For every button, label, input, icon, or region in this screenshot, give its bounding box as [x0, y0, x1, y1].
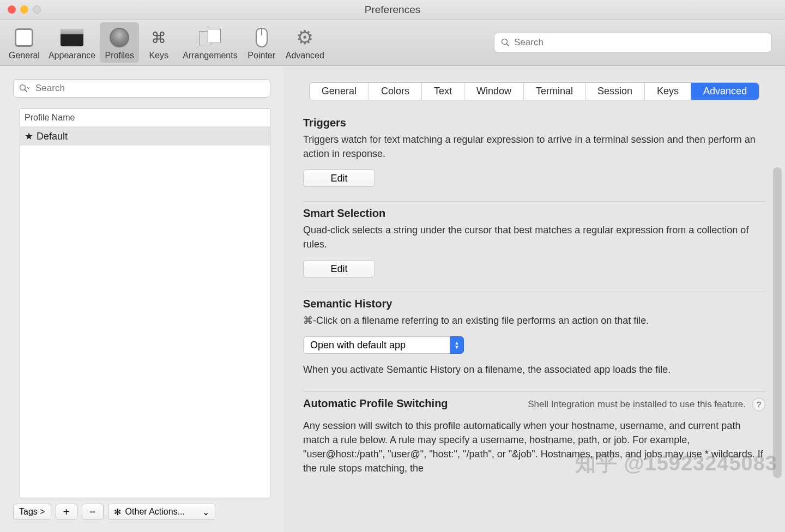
toolbar-general[interactable]: General [4, 22, 44, 63]
tab-general[interactable]: General [310, 83, 369, 100]
prefs-toolbar: General Appearance Profiles ⌘ Keys Arran… [0, 20, 785, 66]
semantic-history-title: Semantic History [303, 298, 765, 310]
profile-name: Default [37, 131, 68, 142]
tab-terminal[interactable]: Terminal [524, 83, 585, 100]
triggers-desc: Triggers watch for text matching a regul… [303, 132, 765, 161]
toolbar-keys[interactable]: ⌘ Keys [139, 22, 178, 63]
toolbar-label: Profiles [105, 51, 134, 61]
toolbar-profiles[interactable]: Profiles [100, 22, 139, 63]
section-semantic-history: Semantic History ⌘-Click on a filename r… [303, 292, 765, 391]
toolbar-appearance[interactable]: Appearance [44, 22, 100, 63]
chevron-down-icon: ⌄ [202, 507, 209, 517]
section-smart-selection: Smart Selection Quad-click selects a str… [303, 202, 765, 292]
tab-colors[interactable]: Colors [369, 83, 422, 100]
gear-icon: ✻ [114, 507, 121, 517]
section-triggers: Triggers Triggers watch for text matchin… [303, 111, 765, 202]
aps-hint: Shell Integration must be installed to u… [528, 399, 746, 410]
profile-search-input[interactable] [13, 79, 270, 98]
toolbar-label: Pointer [247, 51, 275, 61]
toolbar-arrangements[interactable]: Arrangements [178, 22, 242, 63]
other-actions-dropdown[interactable]: ✻ Other Actions... ⌄ [108, 504, 215, 520]
advanced-scroll-area[interactable]: Triggers Triggers watch for text matchin… [283, 111, 785, 532]
add-profile-button[interactable]: + [56, 504, 77, 520]
toolbar-label: General [9, 51, 40, 61]
semantic-history-note: When you activate Semantic History on a … [303, 362, 765, 377]
tab-advanced[interactable]: Advanced [691, 83, 759, 100]
aps-title: Automatic Profile Switching [303, 397, 448, 410]
toolbar-label: Arrangements [183, 51, 238, 61]
smart-selection-desc: Quad-click selects a string under the cu… [303, 223, 765, 251]
profile-row-default[interactable]: ★ Default [20, 127, 270, 146]
profile-settings-main: General Colors Text Window Terminal Sess… [283, 66, 785, 532]
aps-desc: Any session will switch to this profile … [303, 419, 765, 475]
vertical-scrollbar[interactable] [773, 167, 782, 478]
toolbar-pointer[interactable]: Pointer [242, 22, 281, 63]
triggers-edit-button[interactable]: Edit [303, 170, 375, 187]
semantic-history-desc: ⌘-Click on a filename referring to an ex… [303, 313, 765, 328]
keys-icon: ⌘ [151, 29, 166, 47]
pointer-icon [256, 28, 268, 47]
profile-list-header: Profile Name [20, 109, 270, 127]
profiles-icon [110, 28, 129, 47]
section-automatic-profile-switching: Automatic Profile Switching Shell Integr… [303, 392, 765, 489]
star-icon: ★ [25, 130, 33, 142]
remove-profile-button[interactable]: − [82, 504, 104, 520]
toolbar-label: Advanced [286, 51, 324, 61]
help-button[interactable]: ? [752, 398, 765, 411]
profiles-sidebar: Profile Name ★ Default Tags > + − ✻ Othe… [0, 66, 283, 532]
general-icon [15, 28, 33, 47]
dropdown-value: Open with default app [303, 336, 450, 354]
smart-selection-edit-button[interactable]: Edit [303, 260, 375, 277]
close-window-button[interactable] [8, 5, 16, 14]
gear-icon: ⚙ [296, 26, 313, 49]
smart-selection-title: Smart Selection [303, 207, 765, 220]
window-title: Preferences [0, 4, 785, 16]
triggers-title: Triggers [303, 117, 765, 129]
tags-button[interactable]: Tags > [13, 504, 51, 520]
profile-list: Profile Name ★ Default [20, 108, 270, 498]
zoom-window-button[interactable] [33, 5, 41, 14]
minimize-window-button[interactable] [20, 5, 28, 14]
dropdown-arrows-icon: ▲▼ [450, 336, 464, 354]
titlebar: Preferences [0, 0, 785, 20]
toolbar-advanced[interactable]: ⚙ Advanced [281, 22, 329, 63]
toolbar-label: Appearance [49, 51, 95, 61]
traffic-lights [0, 5, 41, 14]
semantic-history-dropdown[interactable]: Open with default app ▲▼ [303, 336, 464, 354]
other-actions-label: Other Actions... [125, 507, 185, 517]
tab-window[interactable]: Window [464, 83, 524, 100]
appearance-icon [61, 29, 83, 46]
arrangements-icon [199, 29, 221, 46]
tab-keys[interactable]: Keys [645, 83, 691, 100]
profile-tabs: General Colors Text Window Terminal Sess… [309, 82, 759, 100]
toolbar-search-input[interactable] [494, 33, 772, 52]
tab-session[interactable]: Session [585, 83, 645, 100]
toolbar-label: Keys [149, 51, 168, 61]
tab-text[interactable]: Text [422, 83, 464, 100]
